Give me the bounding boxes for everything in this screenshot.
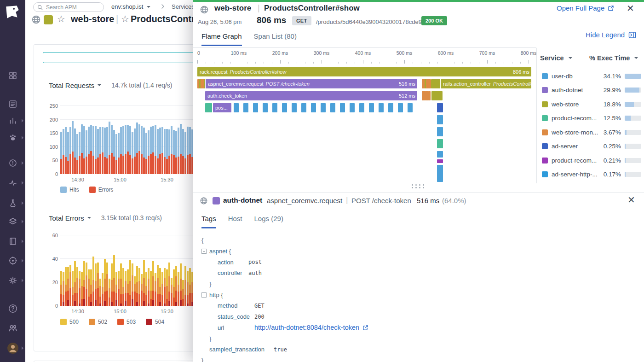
flame-span[interactable]: [321, 103, 326, 112]
tag-key[interactable]: action: [218, 259, 248, 266]
flame-span[interactable]: [437, 159, 443, 163]
apm-search-box[interactable]: [33, 2, 104, 12]
tag-key[interactable]: url: [218, 324, 254, 331]
flame-span[interactable]: rails.action_controllerProductsControlle…: [441, 79, 531, 88]
sidebar-item-user-profile[interactable]: [0, 341, 25, 356]
datadog-logo[interactable]: [4, 4, 21, 20]
flame-span[interactable]: [437, 165, 443, 182]
legend-row[interactable]: user-db34.1%: [536, 69, 644, 83]
tag-line: http {: [201, 289, 634, 300]
tab-logs-29-[interactable]: Logs (29): [254, 215, 283, 228]
flame-span[interactable]: [437, 151, 443, 158]
flame-span[interactable]: [272, 103, 277, 112]
flame-span[interactable]: rack.requestProductsController#show806 m…: [197, 67, 531, 76]
tag-key[interactable]: sampled_transaction: [209, 346, 274, 353]
flame-span[interactable]: [292, 103, 297, 112]
flame-span[interactable]: [330, 103, 335, 112]
tag-url-link[interactable]: http://auth-dotnet:8084/check-token: [254, 324, 359, 331]
resize-drag-handle[interactable]: [412, 184, 426, 189]
flame-span[interactable]: [243, 103, 248, 112]
search-input[interactable]: [45, 4, 96, 11]
flame-span[interactable]: [388, 103, 393, 112]
tag-group-key[interactable]: http: [209, 292, 219, 298]
legend-row[interactable]: product-recom...0.21%: [536, 153, 644, 168]
flame-span[interactable]: [311, 103, 316, 112]
legend-exec-column-header[interactable]: % Exec Time: [589, 54, 638, 62]
tag-group-key[interactable]: aspnet: [209, 248, 227, 255]
flame-span[interactable]: [408, 103, 413, 112]
collapse-toggle[interactable]: [201, 249, 207, 254]
flame-span[interactable]: auth.check_token512 ms: [205, 91, 417, 100]
collapse-toggle[interactable]: [201, 292, 207, 298]
tag-key[interactable]: method: [218, 302, 254, 309]
errors-title[interactable]: Total Errors: [49, 214, 84, 222]
close-span-detail-button[interactable]: ✕: [627, 195, 635, 204]
flame-span[interactable]: [253, 103, 258, 112]
legend-item[interactable]: 503: [117, 319, 136, 325]
sidebar-item-settings[interactable]: [0, 273, 25, 288]
breadcrumb-services[interactable]: Services: [172, 3, 195, 10]
sidebar-item-monitors[interactable]: [0, 253, 25, 268]
breadcrumb-chevron-icon: [161, 4, 165, 9]
tag-key[interactable]: controller: [218, 269, 248, 276]
legend-row[interactable]: web-store-mon...3.67%: [536, 125, 644, 140]
sidebar-item-apps[interactable]: [0, 68, 25, 83]
legend-row[interactable]: ad-server-http-...0.17%: [536, 168, 644, 182]
sidebar-item-events[interactable]: [0, 97, 25, 111]
legend-row[interactable]: web-store18.8%: [536, 97, 644, 111]
flame-span[interactable]: [398, 103, 403, 112]
sidebar-item-apm[interactable]: [0, 130, 25, 145]
flame-span[interactable]: [437, 115, 443, 124]
flame-span[interactable]: [369, 103, 374, 112]
flame-span[interactable]: [379, 103, 384, 112]
flame-span[interactable]: [431, 91, 443, 100]
sidebar-item-error-tracking[interactable]: [0, 196, 25, 210]
legend-item[interactable]: Errors: [89, 187, 114, 193]
tag-key[interactable]: status_code: [218, 313, 254, 320]
sidebar-item-org-users[interactable]: [0, 321, 25, 335]
flame-span[interactable]: [205, 103, 212, 112]
legend-row[interactable]: auth-dotnet29.9%: [536, 83, 644, 98]
sidebar-item-notebooks[interactable]: [0, 234, 25, 249]
close-panel-button[interactable]: ✕: [627, 4, 634, 13]
legend-item[interactable]: 500: [60, 319, 79, 325]
open-full-page-link[interactable]: Open Full Page: [557, 4, 614, 12]
requests-title[interactable]: Total Requests: [49, 82, 94, 89]
legend-item[interactable]: Hits: [60, 187, 79, 193]
hide-legend-link[interactable]: Hide Legend: [586, 31, 636, 39]
flame-span[interactable]: [234, 103, 239, 112]
flame-span[interactable]: [431, 79, 440, 88]
legend-row[interactable]: product-recom...12.5%: [536, 111, 644, 126]
sidebar-item-synthetics[interactable]: [0, 175, 25, 190]
legend-service-column-header[interactable]: Service: [540, 54, 572, 62]
flame-span[interactable]: [282, 103, 287, 112]
flame-span[interactable]: [340, 103, 345, 112]
favorite-star-icon[interactable]: ☆: [57, 13, 65, 24]
flame-span[interactable]: [437, 139, 443, 148]
flame-graph[interactable]: rack.requestProductsController#show806 m…: [193, 0, 536, 183]
favorite-star-icon[interactable]: ☆: [121, 13, 129, 24]
tab-tags[interactable]: Tags: [201, 215, 216, 228]
requests-chart[interactable]: [60, 106, 198, 174]
flame-span[interactable]: [428, 91, 431, 100]
legend-item[interactable]: 504: [146, 319, 164, 325]
flame-span[interactable]: [359, 103, 364, 112]
legend-row[interactable]: ad-server0.25%: [536, 140, 644, 154]
flame-span[interactable]: [301, 103, 306, 112]
sidebar-item-metrics[interactable]: [0, 113, 25, 128]
errors-chart[interactable]: [60, 235, 198, 306]
tab-host[interactable]: Host: [228, 215, 242, 228]
env-selector[interactable]: env:shop.ist: [111, 3, 150, 10]
flame-span[interactable]: pos...: [213, 103, 231, 112]
flame-span[interactable]: [350, 103, 355, 112]
flame-span[interactable]: aspnet_coremvc.requestPOST /check-token5…: [206, 79, 417, 88]
service-name: web-store-mon...: [552, 129, 598, 136]
sidebar-item-help[interactable]: [0, 301, 25, 316]
flame-span[interactable]: [437, 127, 443, 136]
sidebar-item-infrastructure[interactable]: [0, 214, 25, 229]
flame-span[interactable]: [263, 103, 268, 112]
span-service-color-square: [213, 197, 220, 204]
sidebar-item-watchdog[interactable]: [0, 156, 25, 170]
legend-item[interactable]: 502: [89, 319, 107, 325]
flame-span[interactable]: [437, 103, 443, 112]
